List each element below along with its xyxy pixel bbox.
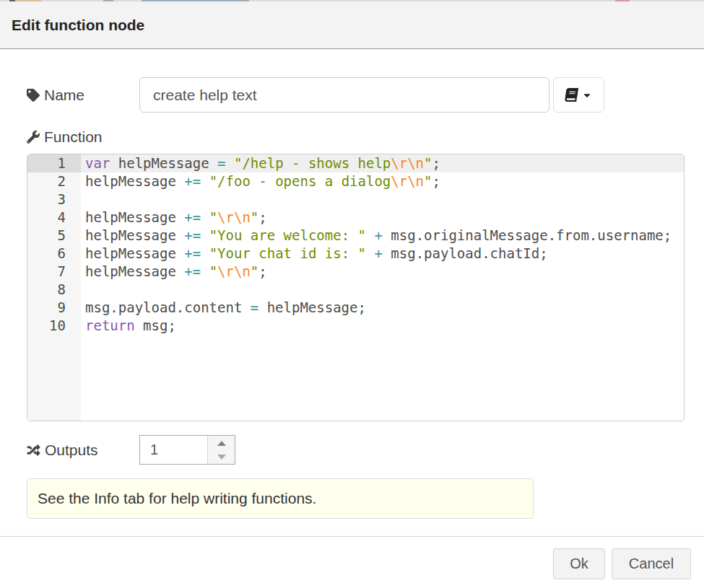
info-tip: See the Info tab for help writing functi… (27, 478, 534, 519)
code-line: helpMessage += "\r\n"; (81, 263, 684, 281)
code-line: helpMessage += "You are welcome: " + msg… (81, 227, 684, 245)
editor-gutter: 12345678910 (27, 154, 81, 421)
code-line: helpMessage += "Your chat id is: " + msg… (81, 245, 684, 263)
spinner-down-button[interactable] (209, 450, 234, 463)
code-line (81, 190, 684, 209)
library-button[interactable] (553, 77, 604, 113)
book-icon (565, 88, 579, 102)
name-label-text: Name (44, 87, 84, 104)
gutter-line-number: 1 (27, 154, 81, 172)
gutter-line-number: 3 (27, 190, 81, 209)
name-label: Name (27, 77, 84, 113)
gutter-line-number: 9 (27, 299, 81, 317)
gutter-line-number: 8 (27, 281, 81, 299)
code-line: helpMessage += "/foo - opens a dialog\r\… (81, 172, 684, 190)
gutter-line-number: 2 (27, 172, 81, 190)
shuffle-icon (27, 444, 40, 457)
dialog-title: Edit function node (12, 17, 144, 34)
code-line: msg.payload.content = helpMessage; (81, 299, 684, 317)
caret-down-icon (217, 455, 226, 460)
wrench-icon (27, 131, 40, 144)
code-line: helpMessage += "\r\n"; (81, 209, 684, 227)
outputs-label: Outputs (27, 435, 98, 465)
gutter-line-number: 10 (27, 317, 81, 335)
caret-down-icon (582, 90, 592, 100)
name-input[interactable] (139, 77, 549, 113)
footer-divider (0, 536, 704, 537)
function-label: Function (27, 127, 103, 147)
dialog-header: Edit function node (0, 1, 704, 49)
function-label-text: Function (44, 128, 103, 146)
code-editor[interactable]: 12345678910 var helpMessage = "/help - s… (27, 154, 685, 421)
outputs-label-text: Outputs (45, 442, 98, 459)
gutter-line-number: 5 (27, 227, 81, 245)
code-line (81, 281, 684, 299)
tag-icon (27, 89, 40, 102)
gutter-line-number: 4 (27, 209, 81, 227)
code-line: var helpMessage = "/help - shows help\r\… (81, 154, 684, 172)
editor-code[interactable]: var helpMessage = "/help - shows help\r\… (81, 154, 684, 421)
spinner-up-button[interactable] (209, 436, 234, 449)
outputs-input[interactable] (140, 436, 207, 464)
outputs-spinner (139, 435, 235, 465)
info-tip-text: See the Info tab for help writing functi… (38, 490, 316, 507)
caret-up-icon (217, 441, 226, 446)
spinner-buttons (207, 436, 235, 464)
code-line: return msg; (81, 317, 684, 335)
gutter-line-number: 6 (27, 245, 81, 263)
gutter-line-number: 7 (27, 263, 81, 281)
ok-button[interactable]: Ok (553, 548, 605, 579)
cancel-button[interactable]: Cancel (612, 548, 691, 579)
